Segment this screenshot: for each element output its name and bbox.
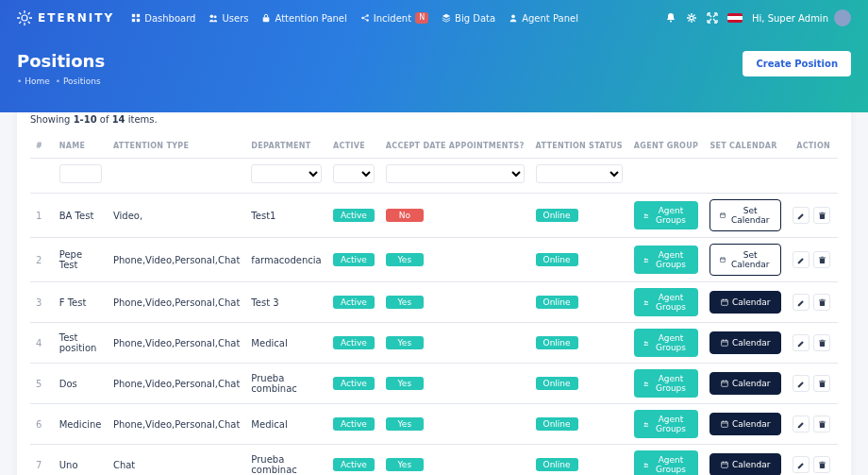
col-set-calendar[interactable]: SET CALENDAR bbox=[704, 134, 787, 159]
fullscreen-icon[interactable] bbox=[707, 12, 718, 24]
active-badge: Active bbox=[333, 377, 375, 390]
delete-button[interactable] bbox=[813, 251, 830, 268]
delete-button[interactable] bbox=[813, 456, 830, 473]
delete-button[interactable] bbox=[813, 334, 830, 351]
create-position-button[interactable]: Create Position bbox=[743, 51, 851, 76]
filter-status-select[interactable] bbox=[536, 164, 623, 183]
active-badge: Active bbox=[333, 296, 375, 309]
delete-button[interactable] bbox=[813, 294, 830, 311]
grid-icon bbox=[131, 13, 141, 23]
crumb-home[interactable]: Home bbox=[17, 76, 50, 86]
filter-department-select[interactable] bbox=[251, 164, 322, 183]
calendar-button[interactable]: Calendar bbox=[709, 331, 781, 354]
table-row: 1BA TestVideo,Test1ActiveNoOnlineAgent G… bbox=[30, 194, 838, 238]
edit-button[interactable] bbox=[793, 251, 810, 268]
calendar-button[interactable]: Calendar bbox=[709, 413, 781, 435]
calendar-icon bbox=[721, 420, 728, 428]
calendar-button[interactable]: Calendar bbox=[709, 453, 781, 475]
agent-groups-button[interactable]: Agent Groups bbox=[634, 201, 699, 229]
edit-button[interactable] bbox=[793, 207, 810, 224]
settings-icon[interactable] bbox=[686, 12, 697, 24]
table-row: 3F TestPhone,Video,Personal,ChatTest 3Ac… bbox=[30, 282, 838, 323]
active-badge: Active bbox=[333, 336, 375, 349]
cell-name: Dos bbox=[54, 364, 108, 404]
col-accept[interactable]: ACCEPT DATE APPOINTMENTS? bbox=[380, 134, 530, 159]
table-row: 5DosPhone,Video,Personal,ChatPrueba comb… bbox=[30, 364, 838, 404]
share-icon bbox=[360, 13, 370, 23]
users-icon bbox=[643, 212, 649, 220]
agent-groups-button[interactable]: Agent Groups bbox=[634, 246, 699, 274]
cell-name: Pepe Test bbox=[54, 238, 108, 282]
delete-button[interactable] bbox=[813, 207, 830, 224]
status-badge: Online bbox=[536, 417, 578, 431]
set-calendar-button[interactable]: Set Calendar bbox=[709, 244, 781, 276]
user-menu[interactable]: Hi, Super Admin bbox=[752, 9, 851, 26]
language-flag[interactable] bbox=[727, 13, 743, 23]
table-row: 7UnoChatPrueba combinacActiveYesOnlineAg… bbox=[30, 445, 838, 476]
nav-big-data[interactable]: Big Data bbox=[442, 13, 495, 24]
edit-button[interactable] bbox=[793, 456, 810, 473]
col-attention[interactable]: ATTENTION TYPE bbox=[108, 134, 245, 159]
calendar-icon bbox=[721, 339, 728, 347]
pencil-icon bbox=[797, 212, 806, 220]
filter-accept-select[interactable] bbox=[386, 164, 525, 183]
agent-groups-button[interactable]: Agent Groups bbox=[634, 369, 699, 398]
positions-card: Showing 1-10 of 14 items. # NAME ATTENTI… bbox=[17, 103, 851, 475]
col-active[interactable]: ACTIVE bbox=[327, 134, 380, 159]
edit-button[interactable] bbox=[793, 334, 810, 351]
filter-active-select[interactable] bbox=[333, 164, 375, 183]
cell-department: Test 3 bbox=[245, 282, 327, 323]
nav-agent-panel[interactable]: Agent Panel bbox=[509, 13, 578, 24]
layers-icon bbox=[442, 13, 451, 23]
trash-icon bbox=[818, 256, 826, 264]
delete-button[interactable] bbox=[813, 375, 830, 392]
trash-icon bbox=[818, 461, 826, 469]
users-icon bbox=[643, 380, 649, 388]
nav-dashboard[interactable]: Dashboard bbox=[131, 13, 195, 24]
pencil-icon bbox=[797, 380, 806, 388]
agent-groups-button[interactable]: Agent Groups bbox=[634, 450, 699, 475]
pencil-icon bbox=[797, 420, 806, 429]
pencil-icon bbox=[797, 339, 806, 348]
edit-button[interactable] bbox=[793, 375, 810, 392]
avatar bbox=[834, 9, 851, 26]
trash-icon bbox=[818, 380, 826, 388]
status-badge: Online bbox=[536, 253, 578, 266]
cell-name: Uno bbox=[54, 445, 108, 476]
users-icon bbox=[643, 420, 649, 429]
cell-attention: Phone,Video,Personal,Chat bbox=[108, 238, 245, 282]
set-calendar-button[interactable]: Set Calendar bbox=[709, 199, 781, 231]
col-name[interactable]: NAME bbox=[54, 134, 108, 159]
col-index[interactable]: # bbox=[30, 134, 54, 159]
col-status[interactable]: ATTENTION STATUS bbox=[530, 134, 628, 159]
brand[interactable]: ETERNITY bbox=[17, 10, 114, 25]
filter-name-input[interactable] bbox=[59, 164, 102, 183]
cell-department: Prueba combinac bbox=[245, 445, 327, 476]
cell-name: F Test bbox=[54, 282, 108, 323]
agent-groups-button[interactable]: Agent Groups bbox=[634, 329, 699, 357]
cell-department: Medical bbox=[245, 404, 327, 445]
nav-users[interactable]: Users bbox=[209, 13, 248, 24]
cell-attention: Chat bbox=[108, 445, 245, 476]
nav-attention-panel[interactable]: Attention Panel bbox=[261, 13, 346, 24]
calendar-icon bbox=[721, 461, 728, 468]
calendar-button[interactable]: Calendar bbox=[709, 291, 781, 314]
users-icon bbox=[643, 298, 649, 307]
delete-button[interactable] bbox=[813, 416, 830, 433]
calendar-button[interactable]: Calendar bbox=[709, 372, 781, 395]
notifications-icon[interactable] bbox=[665, 12, 676, 24]
cell-attention: Phone,Video,Personal,Chat bbox=[108, 364, 245, 404]
agent-groups-button[interactable]: Agent Groups bbox=[634, 410, 699, 438]
lock-icon bbox=[261, 13, 271, 23]
col-department[interactable]: DEPARTMENT bbox=[245, 134, 327, 159]
nav-incident[interactable]: IncidentN bbox=[360, 12, 428, 24]
edit-button[interactable] bbox=[793, 294, 810, 311]
trash-icon bbox=[818, 420, 826, 429]
status-badge: Online bbox=[536, 458, 578, 471]
edit-button[interactable] bbox=[793, 416, 810, 433]
pencil-icon bbox=[797, 298, 806, 307]
user-icon bbox=[509, 13, 518, 23]
agent-groups-button[interactable]: Agent Groups bbox=[634, 288, 699, 316]
accept-badge: Yes bbox=[386, 296, 424, 309]
col-agent-group[interactable]: AGENT GROUP bbox=[628, 134, 705, 159]
